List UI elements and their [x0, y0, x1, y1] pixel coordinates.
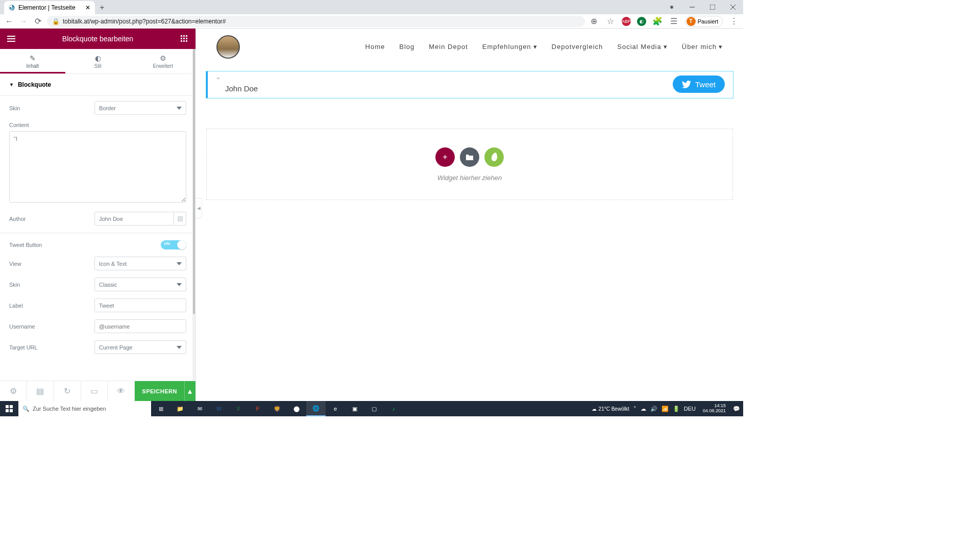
- nav-depot[interactable]: Mein Depot: [429, 43, 468, 51]
- address-bar[interactable]: 🔒 tobitalk.at/wp-admin/post.php?post=627…: [47, 16, 585, 27]
- reload-icon[interactable]: ⟳: [33, 16, 43, 27]
- nav-blog[interactable]: Blog: [399, 43, 414, 51]
- toggle-on-label: ON: [164, 241, 170, 246]
- nav-home[interactable]: Home: [365, 43, 385, 51]
- powerpoint-icon[interactable]: P: [248, 401, 267, 416]
- tweet-button[interactable]: Tweet: [673, 76, 725, 93]
- profile-label: Pausiert: [698, 18, 718, 24]
- section-title: Blockquote: [18, 81, 51, 88]
- tweet-toggle[interactable]: ON: [161, 240, 186, 249]
- add-section-button[interactable]: +: [435, 147, 455, 167]
- settings-icon[interactable]: ⚙: [0, 381, 27, 401]
- envato-button[interactable]: [484, 147, 504, 167]
- nav-social[interactable]: Social Media ▾: [617, 43, 667, 51]
- minimize-icon[interactable]: [682, 0, 702, 14]
- maximize-icon[interactable]: [702, 0, 723, 14]
- start-button[interactable]: [0, 401, 18, 416]
- control-tweet-button: Tweet Button ON: [9, 240, 186, 249]
- extension-icon[interactable]: ◐: [637, 17, 646, 26]
- app-icon-2[interactable]: ▢: [364, 401, 384, 416]
- chevron-down-icon: ▾: [719, 43, 723, 51]
- notifications-icon[interactable]: 💬: [733, 406, 740, 412]
- word-icon[interactable]: W: [209, 401, 229, 416]
- tray-chevron-icon[interactable]: ˄: [633, 406, 636, 412]
- skin2-select[interactable]: Classic: [94, 278, 186, 291]
- bookmark-icon[interactable]: ☆: [605, 16, 616, 27]
- browser-tab[interactable]: Elementor | Testseite ✕: [4, 1, 95, 14]
- site-logo[interactable]: [216, 35, 240, 59]
- nav-empfehlungen[interactable]: Empfehlungen ▾: [482, 43, 537, 51]
- view-select[interactable]: Icon & Text: [94, 257, 186, 270]
- battery-icon[interactable]: 🔋: [673, 406, 680, 412]
- username-input[interactable]: [94, 319, 186, 333]
- clock[interactable]: 14:15 04.08.2021: [700, 404, 729, 414]
- mail-icon[interactable]: ✉: [190, 401, 209, 416]
- label-input[interactable]: [94, 298, 186, 312]
- tab-style[interactable]: ◐ Stil: [65, 49, 131, 73]
- chrome-icon[interactable]: 🌐: [306, 401, 326, 416]
- content-textarea[interactable]: [9, 131, 186, 203]
- navigator-icon[interactable]: ▤: [27, 381, 54, 401]
- history-icon[interactable]: ↻: [54, 381, 81, 401]
- new-tab-button[interactable]: +: [95, 1, 109, 14]
- svg-rect-10: [183, 35, 185, 37]
- speaker-icon[interactable]: 🔊: [650, 406, 657, 412]
- drop-zone[interactable]: + Widget hierher ziehen: [206, 129, 733, 200]
- template-library-button[interactable]: [460, 147, 479, 167]
- close-icon[interactable]: ✕: [85, 5, 91, 11]
- skin-select[interactable]: Border: [94, 101, 186, 115]
- tab-content-label: Inhalt: [27, 63, 39, 69]
- extensions-icon[interactable]: 🧩: [652, 16, 663, 27]
- control-author: Author: [9, 212, 186, 226]
- back-icon[interactable]: ←: [4, 16, 14, 27]
- panel-scrollbar[interactable]: [192, 49, 195, 381]
- onedrive-icon[interactable]: ☁: [641, 406, 646, 412]
- preview-icon[interactable]: 👁: [108, 381, 135, 401]
- tab-advanced[interactable]: ⚙ Erweitert: [130, 49, 195, 73]
- zoom-icon[interactable]: ⊕: [589, 16, 599, 27]
- dynamic-tags-icon[interactable]: [174, 212, 186, 226]
- tweet-label: Tweet: [695, 80, 716, 89]
- responsive-icon[interactable]: ▭: [81, 381, 108, 401]
- close-window-icon[interactable]: [723, 0, 743, 14]
- label-label: Label: [9, 303, 23, 309]
- panel-title: Blockquote bearbeiten: [62, 35, 133, 43]
- control-content: Content: [9, 122, 186, 205]
- wifi-icon[interactable]: 📶: [662, 406, 669, 412]
- tab-content[interactable]: ✎ Inhalt: [0, 49, 65, 73]
- collapse-panel-icon[interactable]: ◀: [196, 198, 202, 218]
- pencil-icon: ✎: [0, 54, 65, 62]
- blockquote-widget[interactable]: " John Doe Tweet: [206, 71, 733, 98]
- save-options-icon[interactable]: ▴: [184, 381, 195, 401]
- wordpress-icon: [8, 4, 15, 11]
- weather-widget[interactable]: ☁ 21°C Bewölkt: [592, 406, 629, 412]
- widgets-icon[interactable]: [179, 34, 189, 44]
- chevron-down-icon: ▾: [533, 43, 537, 51]
- app-icon[interactable]: ▣: [345, 401, 364, 416]
- explorer-icon[interactable]: 📁: [170, 401, 190, 416]
- reading-list-icon[interactable]: ☰: [669, 16, 679, 27]
- profile-avatar: T: [687, 17, 696, 26]
- spotify-icon[interactable]: ♪: [384, 401, 403, 416]
- quote-mark: ": [217, 76, 258, 84]
- task-view-icon[interactable]: ⊞: [151, 401, 170, 416]
- obs-icon[interactable]: ⬤: [287, 401, 306, 416]
- section-blockquote[interactable]: ▼ Blockquote: [0, 74, 195, 96]
- nav-depotvergleich[interactable]: Depotvergleich: [552, 43, 603, 51]
- edge-icon[interactable]: e: [326, 401, 345, 416]
- forward-icon[interactable]: →: [18, 16, 29, 27]
- excel-icon[interactable]: X: [229, 401, 248, 416]
- brave-icon[interactable]: 🦁: [267, 401, 287, 416]
- abp-extension-icon[interactable]: ABP: [622, 17, 631, 26]
- tweet-button-label: Tweet Button: [9, 242, 42, 248]
- profile-button[interactable]: T Pausiert: [685, 16, 723, 27]
- save-button[interactable]: SPEICHERN: [135, 381, 184, 401]
- lang-indicator[interactable]: DEU: [684, 406, 696, 412]
- target-select[interactable]: Current Page: [94, 340, 186, 354]
- author-input[interactable]: [94, 212, 174, 226]
- taskbar-search[interactable]: 🔍 Zur Suche Text hier eingeben: [18, 401, 151, 416]
- nav-about[interactable]: Über mich ▾: [682, 43, 723, 51]
- hamburger-icon[interactable]: [6, 34, 16, 44]
- menu-icon[interactable]: ⋮: [729, 16, 739, 27]
- incognito-icon[interactable]: [662, 0, 682, 14]
